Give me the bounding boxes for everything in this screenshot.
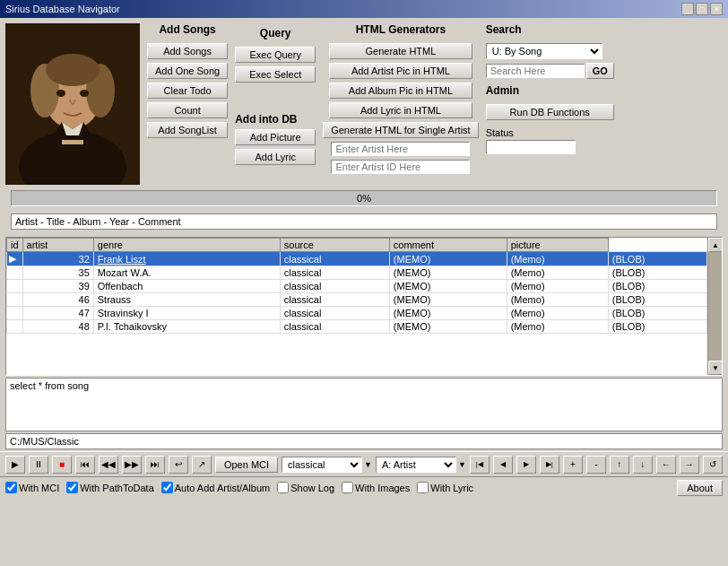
enter-artist-input[interactable] [331, 142, 470, 156]
nav-first-button[interactable]: |◀ [470, 456, 490, 474]
right-button[interactable]: → [680, 456, 699, 474]
table-wrapper[interactable]: id artist genre source comment picture ▶… [6, 238, 707, 375]
add-songs-button[interactable]: Add Songs [147, 43, 228, 59]
html-generators-section: HTML Generators Generate HTML Add Artist… [323, 23, 479, 174]
add-button[interactable]: + [563, 456, 583, 474]
info-text: Artist - Title - Album - Year - Comment [15, 216, 181, 227]
forward-button[interactable]: ▶▶ [122, 456, 142, 474]
scroll-up-button[interactable]: ▲ [708, 238, 723, 252]
table-row[interactable]: 39Offenbachclassical(MEMO)(Memo)(BLOB) [7, 280, 707, 293]
auto-add-checkbox[interactable] [161, 482, 173, 493]
exec-select-button[interactable]: Exec Select [235, 66, 316, 83]
add-songs-section: Add Songs Add Songs Add One Song Clear T… [147, 23, 228, 138]
generate-html-single-button[interactable]: Generate HTML for Single Artist [323, 122, 479, 138]
search-row: GO [486, 63, 614, 79]
rewind-button[interactable]: ◀◀ [99, 456, 118, 474]
repeat-button[interactable]: ↩ [169, 456, 188, 474]
query-result-bar: select * from song [5, 378, 723, 431]
show-log-checkbox-label[interactable]: Show Log [277, 482, 334, 493]
title-bar: Sirius Database Navigator _ □ ✕ [0, 0, 728, 18]
add-into-db-section: Add into DB Add Picture Add Lyric [235, 113, 316, 165]
with-path-checkbox-label[interactable]: With PathToData [66, 482, 154, 493]
with-lyric-checkbox-label[interactable]: With Lyric [417, 482, 473, 493]
close-button[interactable]: ✕ [710, 3, 723, 15]
table-row[interactable]: 47Stravinsky Iclassical(MEMO)(Memo)(BLOB… [7, 307, 707, 320]
with-lyric-checkbox[interactable] [417, 482, 429, 493]
cell-genre: classical [280, 266, 389, 280]
cell-picture: (BLOB) [608, 307, 706, 320]
cell-source: (MEMO) [389, 280, 507, 293]
add-artist-pic-html-button[interactable]: Add Artist Pic in HTML [329, 63, 472, 79]
info-bar: Artist - Title - Album - Year - Comment [11, 213, 717, 230]
cell-id: 32 [22, 252, 93, 266]
playlist-select[interactable]: classical [282, 457, 362, 473]
title-bar-controls[interactable]: _ □ ✕ [681, 3, 723, 15]
add-songlist-button[interactable]: Add SongList [147, 122, 228, 138]
left-button[interactable]: ← [656, 456, 676, 474]
show-log-checkbox[interactable] [277, 482, 289, 493]
nav-prev-button[interactable]: ◀ [493, 456, 513, 474]
about-button[interactable]: About [677, 480, 723, 496]
with-mci-checkbox-label[interactable]: With MCI [5, 482, 59, 493]
stop-button[interactable]: ■ [52, 456, 72, 474]
cell-comment: (Memo) [507, 266, 608, 280]
cell-artist: Strauss [93, 293, 280, 307]
transport-bar: ▶ ⏸ ■ ⏮ ◀◀ ▶▶ ⏭ ↩ ↗ Open MCI classical ▼… [0, 451, 728, 476]
cell-artist: Frank Liszt [93, 252, 280, 266]
play-button[interactable]: ▶ [5, 456, 25, 474]
add-one-song-button[interactable]: Add One Song [147, 63, 228, 79]
with-path-checkbox[interactable] [66, 482, 78, 493]
search-input[interactable] [486, 64, 585, 78]
table-row[interactable]: ▶32Frank Lisztclassical(MEMO)(Memo)(BLOB… [7, 252, 707, 266]
enter-artist-id-input[interactable] [331, 160, 470, 174]
clear-todo-button[interactable]: Clear Todo [147, 83, 228, 99]
exec-query-button[interactable]: Exec Query [235, 47, 316, 63]
pause-button[interactable]: ⏸ [29, 456, 48, 474]
with-mci-checkbox[interactable] [5, 482, 17, 493]
cell-picture: (BLOB) [608, 252, 706, 266]
next-track-button[interactable]: ⏭ [145, 456, 165, 474]
count-button[interactable]: Count [147, 102, 228, 118]
shuffle-button[interactable]: ↗ [192, 456, 212, 474]
add-picture-button[interactable]: Add Picture [235, 129, 316, 145]
scroll-down-button[interactable]: ▼ [708, 361, 723, 375]
search-type-select[interactable]: U: By Song [486, 43, 602, 59]
up-button[interactable]: ↑ [610, 456, 629, 474]
add-lyric-button[interactable]: Add Lyric [235, 149, 316, 165]
generate-html-button[interactable]: Generate HTML [329, 43, 472, 59]
cell-picture: (BLOB) [608, 293, 706, 307]
remove-button[interactable]: - [586, 456, 606, 474]
cell-picture: (BLOB) [608, 266, 706, 280]
run-db-functions-button[interactable]: Run DB Functions [486, 104, 614, 120]
show-log-label: Show Log [290, 483, 334, 493]
status-input[interactable] [486, 140, 576, 154]
table-row[interactable]: 48P.I. Tchaikovskyclassical(MEMO)(Memo)(… [7, 320, 707, 334]
col-header-id: id [7, 239, 23, 252]
app-title: Sirius Database Navigator [5, 4, 120, 14]
table-row[interactable]: 46Straussclassical(MEMO)(Memo)(BLOB) [7, 293, 707, 307]
refresh-button[interactable]: ↺ [703, 456, 723, 474]
col-header-source: source [280, 239, 389, 252]
minimize-button[interactable]: _ [681, 3, 694, 15]
cell-artist: Mozart W.A. [93, 266, 280, 280]
open-mci-button[interactable]: Open MCI [215, 457, 278, 473]
down-button[interactable]: ↓ [633, 456, 653, 474]
scroll-track[interactable] [708, 252, 722, 361]
row-indicator [7, 280, 23, 293]
add-lyric-html-button[interactable]: Add Lyric in HTML [329, 102, 472, 118]
nav-next-button[interactable]: ▶ [516, 456, 536, 474]
with-images-checkbox-label[interactable]: With Images [342, 482, 410, 493]
maximize-button[interactable]: □ [696, 3, 708, 15]
vertical-scrollbar[interactable]: ▲ ▼ [707, 238, 722, 375]
prev-track-button[interactable]: ⏮ [75, 456, 95, 474]
cell-picture: (BLOB) [608, 280, 706, 293]
table-row[interactable]: 35Mozart W.A.classical(MEMO)(Memo)(BLOB) [7, 266, 707, 280]
with-images-checkbox[interactable] [342, 482, 353, 493]
cell-id: 46 [22, 293, 93, 307]
go-button[interactable]: GO [586, 63, 614, 79]
with-lyric-label: With Lyric [430, 483, 473, 493]
add-album-pic-html-button[interactable]: Add Album Pic in HTML [329, 83, 472, 99]
auto-add-checkbox-label[interactable]: Auto Add Artist/Album [161, 482, 270, 493]
nav-last-button[interactable]: ▶| [540, 456, 559, 474]
artist-select[interactable]: A: Artist [376, 457, 456, 473]
